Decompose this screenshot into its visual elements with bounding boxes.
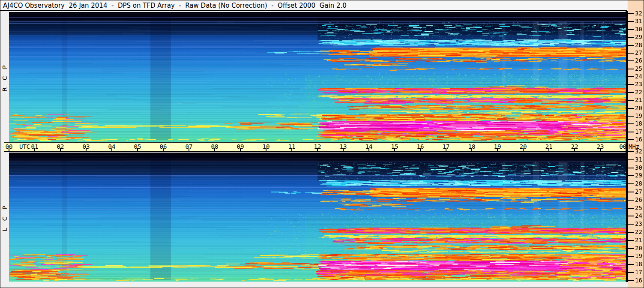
- freq-tick-label-rcp-31: 31: [635, 18, 642, 24]
- freq-tick-rcp-24: [626, 76, 634, 77]
- freq-tick-label-lcp-29: 29: [635, 172, 642, 179]
- freq-tick-label-rcp-26: 26: [635, 57, 642, 64]
- title-bar: AJ4CO Observatory 26 Jan 2014 - DPS on T…: [0, 0, 627, 11]
- freq-tick-lcp-23: [626, 224, 634, 225]
- freq-tick-label-lcp-23: 23: [635, 220, 642, 227]
- time-tick-15: [394, 148, 395, 151]
- freq-tick-lcp-21: [626, 240, 634, 241]
- freq-tick-lcp-27: [626, 192, 634, 192]
- time-tick-4: [111, 148, 112, 151]
- freq-tick-rcp-17: [626, 132, 634, 132]
- time-tick-label-24: 00: [619, 143, 626, 150]
- freq-tick-label-rcp-19: 19: [635, 112, 642, 119]
- time-tick-18: [471, 148, 472, 151]
- freq-tick-label-rcp-21: 21: [635, 96, 642, 103]
- freq-tick-label-lcp-31: 31: [635, 156, 642, 163]
- freq-tick-rcp-29: [626, 37, 634, 38]
- app-window: AJ4CO Observatory 26 Jan 2014 - DPS on T…: [0, 0, 644, 288]
- freq-tick-label-lcp-21: 21: [635, 237, 642, 243]
- freq-tick-lcp-20: [626, 248, 634, 249]
- freq-tick-label-lcp-27: 27: [635, 188, 642, 195]
- freq-tick-lcp-32: [626, 151, 634, 152]
- freq-tick-lcp-24: [626, 216, 634, 216]
- time-tick-14: [368, 148, 369, 151]
- lcp-spectrogram: [9, 153, 626, 282]
- freq-tick-label-rcp-16: 16: [635, 136, 642, 143]
- freq-tick-label-lcp-16: 16: [635, 277, 642, 284]
- freq-tick-rcp-27: [626, 53, 634, 54]
- freq-tick-label-lcp-20: 20: [635, 245, 642, 252]
- freq-tick-rcp-32: [626, 13, 634, 14]
- freq-tick-rcp-31: [626, 21, 634, 22]
- freq-tick-lcp-31: [626, 159, 634, 160]
- freq-tick-label-lcp-18: 18: [635, 261, 642, 267]
- freq-tick-label-rcp-28: 28: [635, 42, 642, 48]
- time-tick-2: [60, 148, 61, 151]
- rcp-spectrogram: [9, 12, 626, 142]
- freq-tick-rcp-28: [626, 45, 634, 46]
- utc-label: UTC: [19, 143, 30, 150]
- freq-tick-rcp-26: [626, 60, 634, 61]
- freq-tick-rcp-19: [626, 116, 634, 117]
- freq-tick-label-rcp-30: 30: [635, 26, 642, 33]
- freq-tick-label-rcp-23: 23: [635, 81, 642, 87]
- rcp-label-text: R C P: [1, 63, 8, 91]
- freq-tick-label-rcp-27: 27: [635, 49, 642, 56]
- freq-tick-label-lcp-19: 19: [635, 252, 642, 259]
- page-title: AJ4CO Observatory 26 Jan 2014 - DPS on T…: [0, 2, 347, 9]
- freq-tick-lcp-29: [626, 175, 634, 176]
- time-tick-5: [137, 148, 138, 151]
- freq-tick-rcp-20: [626, 108, 634, 109]
- time-tick-9: [240, 148, 241, 151]
- freq-tick-rcp-23: [626, 84, 634, 85]
- time-tick-8: [214, 148, 215, 151]
- time-tick-13: [343, 148, 344, 151]
- freq-tick-lcp-18: [626, 264, 634, 265]
- time-tick-11: [291, 148, 292, 151]
- time-tick-7: [189, 148, 189, 151]
- freq-tick-rcp-30: [626, 29, 634, 30]
- freq-tick-lcp-17: [626, 272, 634, 273]
- freq-tick-label-lcp-22: 22: [635, 228, 642, 235]
- freq-tick-rcp-25: [626, 69, 634, 69]
- rcp-panel-label: R C P: [0, 12, 9, 142]
- time-tick-1: [34, 148, 35, 151]
- time-tick-0: [9, 148, 9, 151]
- time-tick-23: [600, 148, 601, 151]
- time-tick-12: [317, 148, 318, 151]
- freq-tick-label-rcp-20: 20: [635, 105, 642, 111]
- freq-tick-label-lcp-25: 25: [635, 204, 642, 211]
- freq-tick-label-lcp-30: 30: [635, 164, 642, 171]
- time-tick-6: [163, 148, 164, 151]
- time-tick-3: [86, 148, 87, 151]
- freq-tick-lcp-30: [626, 168, 634, 168]
- freq-tick-label-rcp-17: 17: [635, 128, 642, 135]
- freq-tick-rcp-16: [626, 139, 634, 140]
- freq-tick-lcp-28: [626, 183, 634, 184]
- freq-tick-rcp-22: [626, 92, 634, 93]
- freq-tick-label-lcp-24: 24: [635, 212, 642, 219]
- freq-tick-label-lcp-28: 28: [635, 180, 642, 187]
- freq-tick-lcp-16: [626, 280, 634, 281]
- freq-tick-lcp-22: [626, 232, 634, 233]
- time-tick-20: [523, 148, 524, 151]
- lcp-panel-label: L C P: [0, 153, 9, 282]
- lcp-label-text: L C P: [1, 203, 8, 231]
- freq-tick-label-lcp-17: 17: [635, 269, 642, 276]
- freq-tick-label-rcp-32: 32: [635, 10, 642, 17]
- time-tick-10: [266, 148, 267, 151]
- freq-tick-label-rcp-24: 24: [635, 73, 642, 80]
- freq-tick-label-rcp-22: 22: [635, 89, 642, 96]
- time-tick-17: [446, 148, 446, 151]
- freq-tick-label-lcp-26: 26: [635, 196, 642, 203]
- freq-tick-label-rcp-18: 18: [635, 120, 642, 127]
- time-tick-22: [574, 148, 575, 151]
- freq-tick-label-rcp-29: 29: [635, 33, 642, 40]
- freq-tick-label-rcp-25: 25: [635, 65, 642, 72]
- freq-tick-rcp-21: [626, 100, 634, 101]
- freq-tick-lcp-25: [626, 208, 634, 209]
- freq-tick-lcp-26: [626, 200, 634, 201]
- time-tick-21: [548, 148, 549, 151]
- time-tick-19: [497, 148, 498, 151]
- freq-tick-lcp-19: [626, 256, 634, 257]
